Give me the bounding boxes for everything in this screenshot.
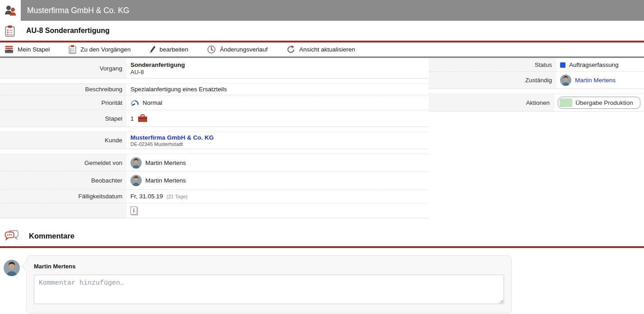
briefcase-icon[interactable]: [138, 114, 148, 122]
avatar: [130, 157, 142, 169]
app-logo[interactable]: [0, 0, 21, 21]
row-gemeldet-von: Gemeldet von Martin Mertens: [0, 154, 429, 171]
prioritaet-value: Normal: [143, 99, 162, 106]
toolbar-label: Änderungsverlauf: [220, 46, 268, 53]
field-label: [0, 203, 127, 218]
toolbar-button-mein-stapel[interactable]: Mein Stapel: [5, 46, 50, 53]
gauge-icon: [130, 99, 139, 106]
field-label: Aktionen: [429, 94, 554, 111]
action-status-chip: [560, 98, 572, 107]
field-label: Kunde: [0, 132, 127, 149]
avatar: [4, 260, 20, 276]
row-vorgang: Vorgang Sonderanfertigung AU-8: [0, 58, 429, 78]
info-icon[interactable]: i: [130, 206, 137, 215]
field-label: Beschreibung: [0, 84, 127, 95]
row-status: Status Auftragserfassung: [429, 58, 644, 71]
vorgang-value: Sonderanfertigung: [130, 61, 185, 68]
action-button-label: Übergabe Produktion: [572, 99, 636, 106]
kunde-address: DE-02345 Musterhstadt: [130, 141, 183, 147]
status-value: Auftragserfassung: [569, 61, 619, 68]
toolbar-button-zu-den-vorgaengen[interactable]: Zu den Vorgängen: [69, 45, 130, 54]
row-beschreibung: Beschreibung Spezialanfertigung eines Er…: [0, 84, 429, 95]
row-stapel: Stapel 1: [0, 110, 429, 127]
page-title: AU-8 Sonderanfertigung: [26, 27, 110, 35]
row-kunde: Kunde Musterfirma GmbH & Co. KG DE-02345…: [0, 132, 429, 149]
toolbar-button-ansicht-aktualisieren[interactable]: Ansicht aktualisieren: [287, 45, 355, 54]
comments-section: Kommentare Martin Mertens: [0, 230, 644, 314]
toolbar-button-bearbeiten[interactable]: bearbeiten: [149, 46, 188, 54]
field-label: Stapel: [0, 110, 127, 127]
uebergabe-produktion-button[interactable]: Übergabe Produktion: [558, 97, 640, 109]
toolbar-label: bearbeiten: [159, 46, 188, 53]
people-icon: [4, 5, 17, 17]
field-label: Fälligkeitsdatum: [0, 190, 127, 203]
clipboard-icon: [5, 25, 15, 37]
comment-input[interactable]: [34, 275, 504, 304]
title-bar: AU-8 Sonderanfertigung: [0, 21, 644, 41]
toolbar: Mein Stapel Zu den Vorgängen bearbeiten …: [0, 42, 644, 58]
stapel-count: 1: [130, 115, 134, 122]
row-beobachter: Beobachter Martin Mertens: [0, 171, 429, 189]
toolbar-label: Ansicht aktualisieren: [299, 46, 355, 53]
faelligkeitsdatum-value: Fr, 31.05.19: [130, 193, 163, 200]
zustaendig-link[interactable]: Martin Mertens: [575, 77, 616, 84]
ticket-details: Vorgang Sonderanfertigung AU-8 Beschreib…: [0, 58, 644, 218]
details-table-left: Vorgang Sonderanfertigung AU-8 Beschreib…: [0, 58, 429, 218]
gemeldet-von-name: Martin Mertens: [145, 159, 186, 166]
status-color-square: [560, 62, 565, 68]
avatar: [130, 175, 142, 186]
beobachter-name: Martin Mertens: [145, 177, 186, 184]
field-label: Priorität: [0, 95, 127, 110]
field-label: Gemeldet von: [0, 154, 127, 171]
field-label: Beobachter: [0, 172, 127, 189]
clipboard-icon: [69, 45, 76, 54]
tray-icon: [5, 46, 14, 53]
beschreibung-value: Spezialanfertigung eines Ersatzteils: [130, 86, 227, 93]
comments-heading: Kommentare: [29, 232, 74, 240]
toolbar-label: Zu den Vorgängen: [80, 46, 130, 53]
pencil-icon: [149, 46, 155, 54]
row-faelligkeitsdatum: Fälligkeitsdatum Fr, 31.05.19 (21 Tage): [0, 189, 429, 203]
divider-red: [0, 246, 644, 248]
row-prioritaet: Priorität Normal: [0, 95, 429, 110]
top-header: Musterfirma GmbH & Co. KG: [0, 0, 644, 21]
field-label: Status: [429, 58, 556, 71]
toolbar-button-aenderungsverlauf[interactable]: Änderungsverlauf: [207, 45, 268, 54]
comment-author: Martin Mertens: [34, 262, 504, 271]
faelligkeitsdatum-remaining: (21 Tage): [167, 194, 187, 199]
row-zustaendig: Zuständig Martin Mertens: [429, 71, 644, 89]
comment-editor: Martin Mertens: [26, 255, 512, 314]
avatar: [560, 75, 571, 86]
company-name: Musterfirma GmbH & Co. KG: [27, 0, 130, 21]
clock-icon: [207, 45, 216, 54]
row-info: i: [0, 203, 429, 218]
vorgang-id: AU-8: [130, 69, 144, 75]
comments-icon: [5, 230, 19, 242]
kunde-link[interactable]: Musterfirma GmbH & Co. KG: [130, 134, 214, 141]
refresh-icon: [287, 45, 295, 54]
details-table-right: Status Auftragserfassung Zuständig Marti…: [429, 58, 644, 112]
toolbar-label: Mein Stapel: [18, 46, 50, 53]
comment-bubble: Martin Mertens: [26, 255, 512, 314]
field-label: Zuständig: [429, 72, 556, 89]
row-aktionen: Aktionen Übergabe Produktion: [429, 94, 644, 111]
field-label: Vorgang: [0, 58, 127, 78]
